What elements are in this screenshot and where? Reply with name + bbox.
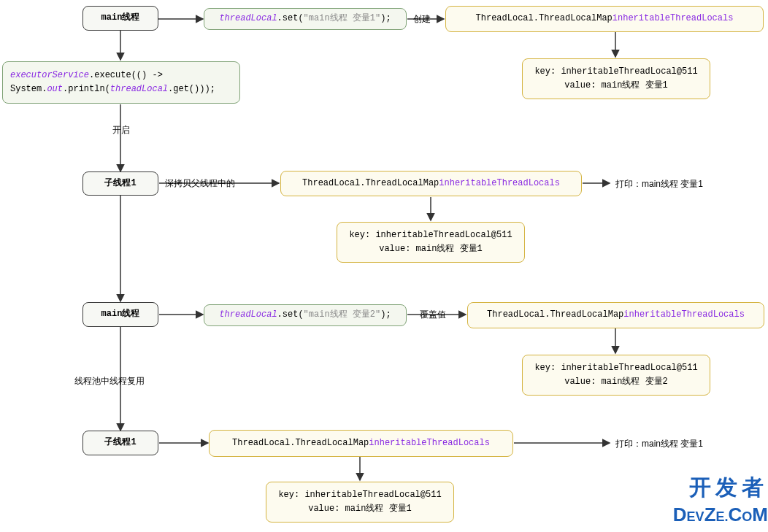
wm-char: O bbox=[742, 509, 752, 524]
node-map-2: ThreadLocal.ThreadLocalMap inheritableTh… bbox=[280, 171, 582, 196]
code-var: threadLocal bbox=[219, 12, 277, 26]
wm-char: D bbox=[673, 504, 687, 525]
label-print-2: 打印：main线程 变量1 bbox=[615, 438, 703, 450]
node-executor-call: executorService.execute(() -> System.out… bbox=[2, 61, 240, 104]
code-var: inheritableThreadLocals bbox=[613, 12, 734, 26]
wm-char: C bbox=[729, 504, 742, 525]
text: main线程 bbox=[101, 11, 140, 25]
node-main-thread-1: main线程 bbox=[82, 6, 158, 31]
label-print-1: 打印：main线程 变量1 bbox=[615, 178, 703, 190]
node-child-thread-2: 子线程1 bbox=[82, 431, 158, 455]
node-kv-3: key: inheritableThreadLocal@511 value: m… bbox=[522, 355, 710, 396]
text: 子线程1 bbox=[104, 436, 136, 450]
code-var: inheritableThreadLocals bbox=[623, 308, 745, 322]
code: .execute(() -> bbox=[89, 70, 163, 80]
label-override: 覆盖值 bbox=[420, 309, 446, 321]
code: .get())); bbox=[168, 84, 215, 94]
code: .set( bbox=[277, 308, 304, 322]
label-deepcopy: 深拷贝父线程中的 bbox=[165, 177, 235, 190]
node-main-thread-2: main线程 bbox=[82, 302, 158, 327]
node-kv-2: key: inheritableThreadLocal@511 value: m… bbox=[337, 222, 525, 263]
code-var: threadLocal bbox=[219, 308, 277, 322]
node-kv-4: key: inheritableThreadLocal@511 value: m… bbox=[266, 482, 454, 523]
wm-char: EV bbox=[687, 509, 704, 524]
code-var: threadLocal bbox=[110, 84, 168, 94]
code: .println( bbox=[63, 84, 110, 94]
code: ThreadLocal.ThreadLocalMap bbox=[476, 12, 613, 26]
label-create: 创建 bbox=[413, 13, 431, 26]
node-map-3: ThreadLocal.ThreadLocalMap inheritableTh… bbox=[467, 302, 764, 328]
node-set-call-2: threadLocal.set("main线程 变量2"); bbox=[204, 304, 407, 326]
code-var: executorService bbox=[10, 70, 89, 80]
code-var: inheritableThreadLocals bbox=[369, 436, 490, 450]
code-var: out bbox=[47, 84, 63, 94]
node-child-thread-1: 子线程1 bbox=[82, 171, 158, 196]
diagram-canvas: main线程 threadLocal.set("main线程 变量1"); 创建… bbox=[0, 0, 768, 532]
kv-key: key: inheritableThreadLocal@511 bbox=[278, 488, 441, 502]
label-reuse: 线程池中线程复用 bbox=[74, 375, 145, 388]
kv-value: value: main线程 变量1 bbox=[308, 502, 412, 516]
node-map-4: ThreadLocal.ThreadLocalMap inheritableTh… bbox=[209, 430, 513, 457]
wm-char: Z bbox=[704, 504, 716, 525]
code: ThreadLocal.ThreadLocalMap bbox=[232, 436, 369, 450]
code: ThreadLocal.ThreadLocalMap bbox=[302, 177, 439, 190]
kv-value: value: main线程 变量1 bbox=[379, 242, 483, 256]
text: main线程 bbox=[101, 307, 140, 321]
kv-value: value: main线程 变量1 bbox=[564, 79, 668, 93]
watermark-line-1: 开发者 bbox=[689, 473, 768, 503]
code: ThreadLocal.ThreadLocalMap bbox=[487, 308, 623, 322]
code: System. bbox=[10, 84, 47, 94]
watermark-line-2: DEVZE.COM bbox=[673, 504, 768, 526]
node-set-call-1: threadLocal.set("main线程 变量1"); bbox=[204, 8, 407, 30]
code: .set( bbox=[277, 12, 304, 26]
node-map-1: ThreadLocal.ThreadLocalMap inheritableTh… bbox=[445, 6, 764, 32]
label-start: 开启 bbox=[112, 124, 130, 136]
wm-char: E. bbox=[716, 509, 729, 524]
kv-value: value: main线程 变量2 bbox=[564, 375, 668, 389]
code: ); bbox=[380, 12, 391, 26]
code-str: "main线程 变量1" bbox=[304, 12, 381, 26]
kv-key: key: inheritableThreadLocal@511 bbox=[349, 228, 512, 242]
code-var: inheritableThreadLocals bbox=[439, 177, 560, 190]
code: ); bbox=[380, 308, 391, 322]
wm-char: M bbox=[752, 504, 768, 525]
node-kv-1: key: inheritableThreadLocal@511 value: m… bbox=[522, 58, 710, 99]
text: 子线程1 bbox=[104, 177, 136, 190]
kv-key: key: inheritableThreadLocal@511 bbox=[534, 65, 697, 79]
kv-key: key: inheritableThreadLocal@511 bbox=[534, 361, 697, 375]
code-str: "main线程 变量2" bbox=[304, 308, 381, 322]
